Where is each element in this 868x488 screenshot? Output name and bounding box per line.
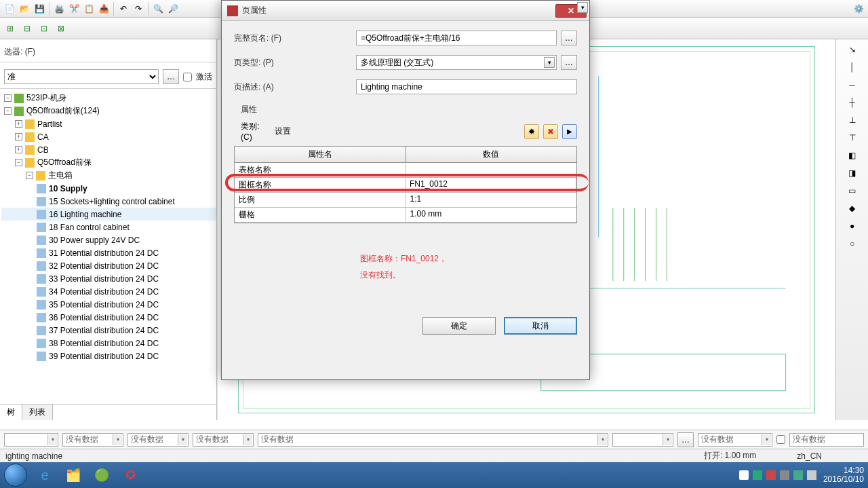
redo-icon[interactable]: ↷ <box>132 2 145 16</box>
page-tree[interactable]: −523IP-机身 −Q5Offroad前保(124) +Partlist +C… <box>0 89 216 404</box>
taskbar-app-icon[interactable]: ✪ <box>117 465 144 485</box>
activate-checkbox[interactable] <box>183 73 192 81</box>
new-icon[interactable]: 📄 <box>3 2 16 16</box>
status-locale: zh_CN <box>797 451 822 461</box>
open-icon[interactable]: 📂 <box>18 2 31 16</box>
windows-taskbar: e 🗂️ 🟢 ✪ 14:30 2016/10/10 <box>0 462 868 488</box>
status-combo[interactable]: 没有数据▾ <box>698 433 772 447</box>
taskbar-chrome-icon[interactable]: 🟢 <box>88 465 115 485</box>
status-combo[interactable]: 没有数据▾ <box>62 433 123 447</box>
full-page-label: 完整页名: (F) <box>234 33 356 44</box>
palette-icon[interactable]: ◨ <box>845 166 860 181</box>
palette-icon[interactable]: ┼ <box>845 95 860 110</box>
tree-page[interactable]: 34 Potential distribution 24 DC <box>1 285 216 298</box>
taskbar-clock[interactable]: 14:30 2016/10/10 <box>823 466 864 484</box>
zoom-out-icon[interactable]: 🔎 <box>166 2 180 16</box>
page-icon <box>37 210 46 219</box>
start-button[interactable] <box>4 464 27 487</box>
full-page-field[interactable]: =Q5Offroad前保+主电箱/16 <box>356 31 557 45</box>
properties-table: 属性名 数值 表格名称 图框名称FN1_0012 比例1:1 栅格1.00 mm <box>234 146 577 223</box>
status-combo[interactable]: 没有数据▾ <box>127 433 189 447</box>
status-more-button[interactable]: … <box>677 432 694 447</box>
table-row[interactable]: 栅格1.00 mm <box>235 208 576 223</box>
cancel-button[interactable]: 取消 <box>504 317 577 335</box>
tray-icon <box>807 470 816 480</box>
tree-page[interactable]: 35 Potential distribution 24 DC <box>1 298 216 311</box>
table-row[interactable]: 比例1:1 <box>235 193 576 208</box>
delete-property-button[interactable]: ✖ <box>543 124 558 139</box>
palette-icon[interactable]: ○ <box>845 236 860 251</box>
palette-icon[interactable]: ● <box>845 219 860 233</box>
category-label: 类别: (C) <box>241 121 271 142</box>
paste-icon[interactable]: 📥 <box>97 2 111 16</box>
tree-page[interactable]: 15 Sockets+lighting control cabinet <box>1 195 216 208</box>
status-combo-row: ▾ 没有数据▾ 没有数据▾ 没有数据▾ 没有数据▾ ▾ … 没有数据▾ 没有数据 <box>0 430 868 449</box>
taskbar-explorer-icon[interactable]: 🗂️ <box>60 465 87 485</box>
component3-icon[interactable]: ⊡ <box>37 21 52 36</box>
status-checkbox[interactable] <box>776 435 785 444</box>
table-row[interactable]: 表格名称 <box>235 163 576 178</box>
palette-icon[interactable]: │ <box>845 60 860 75</box>
tree-page[interactable]: 32 Potential distribution 24 DC <box>1 259 216 272</box>
tree-page[interactable]: 39 Potential distribution 24 DC <box>1 350 216 362</box>
print-icon[interactable]: 🖨️ <box>52 2 66 16</box>
page-icon <box>37 326 46 335</box>
tab-tree[interactable]: 树 <box>0 405 22 420</box>
tree-page[interactable]: 37 Potential distribution 24 DC <box>1 324 216 337</box>
filter-select[interactable]: 准 <box>4 69 159 84</box>
component-icon[interactable]: ⊞ <box>3 21 18 36</box>
cut-icon[interactable]: ✂️ <box>67 2 81 16</box>
palette-icon[interactable]: ◆ <box>845 201 860 216</box>
tray-icon <box>753 470 762 480</box>
new-property-button[interactable]: ✸ <box>524 124 539 139</box>
status-combo[interactable]: 没有数据 <box>789 433 864 447</box>
taskbar-ie-icon[interactable]: e <box>31 465 58 485</box>
palette-icon[interactable]: ⊥ <box>845 113 860 128</box>
tree-page[interactable]: 31 Potential distribution 24 DC <box>1 246 216 259</box>
component2-icon[interactable]: ⊟ <box>20 21 35 36</box>
component4-icon[interactable]: ⊠ <box>54 21 68 36</box>
project-icon <box>14 107 24 116</box>
chevron-down-icon[interactable]: ▾ <box>544 57 555 68</box>
tree-page[interactable]: 18 Fan control cabinet <box>1 221 216 233</box>
page-icon <box>37 352 46 361</box>
page-icon <box>37 184 46 193</box>
tree-page[interactable]: 36 Potential distribution 24 DC <box>1 311 216 324</box>
page-desc-field[interactable]: Lighting machine <box>356 79 577 94</box>
zoom-in-icon[interactable]: 🔍 <box>151 2 165 16</box>
table-row-highlight[interactable]: 图框名称FN1_0012 <box>235 178 576 193</box>
palette-icon[interactable]: ─ <box>845 77 860 92</box>
full-page-browse-button[interactable]: … <box>561 31 577 45</box>
save-icon[interactable]: 💾 <box>33 2 46 16</box>
ok-button[interactable]: 确定 <box>422 317 496 335</box>
tree-page[interactable]: 10 Supply <box>1 182 216 195</box>
filter-more-button[interactable]: … <box>163 69 179 84</box>
expand-icon[interactable]: − <box>4 107 12 115</box>
palette-icon[interactable]: ↘ <box>845 42 860 57</box>
status-combo[interactable]: ▾ <box>4 433 58 447</box>
toolbar-extra-icon[interactable]: ⚙️ <box>852 2 865 16</box>
tree-page[interactable]: 30 Power supply 24V DC <box>1 233 216 246</box>
copy-icon[interactable]: 📋 <box>82 2 96 16</box>
filter-label: 选器: (F) <box>4 46 35 58</box>
properties-section-label: 属性 <box>241 104 577 115</box>
tree-page[interactable]: 33 Potential distribution 24 DC <box>1 272 216 285</box>
page-type-browse-button[interactable]: … <box>561 55 577 70</box>
tray-icons[interactable] <box>739 470 816 480</box>
tab-list[interactable]: 列表 <box>22 405 53 420</box>
status-combo[interactable]: 没有数据▾ <box>193 433 254 447</box>
category-combo[interactable]: 设置▾ <box>275 126 383 137</box>
palette-icon[interactable]: ◧ <box>845 148 860 163</box>
palette-icon[interactable]: ▭ <box>845 183 860 198</box>
chevron-down-icon[interactable]: ▾ <box>577 2 588 13</box>
status-combo[interactable]: 没有数据▾ <box>258 433 608 447</box>
page-type-combo[interactable]: 多线原理图 (交互式)▾ <box>356 55 557 70</box>
tree-page-selected[interactable]: 16 Lighting machine <box>1 208 216 221</box>
palette-icon[interactable]: ⊤ <box>845 130 860 145</box>
next-button[interactable]: ▶ <box>562 124 577 139</box>
status-combo[interactable]: ▾ <box>612 433 673 447</box>
expand-icon[interactable]: − <box>4 94 12 102</box>
tree-page[interactable]: 38 Potential distribution 24 DC <box>1 337 216 350</box>
undo-icon[interactable]: ↶ <box>117 2 130 16</box>
status-bar: ighting machine 打开: 1.00 mm zh_CN <box>0 449 868 462</box>
